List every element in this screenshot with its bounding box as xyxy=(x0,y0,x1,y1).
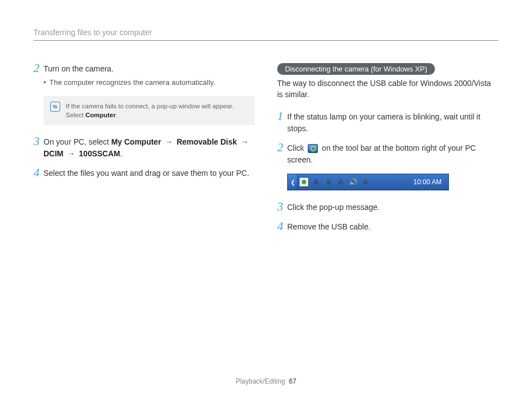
safely-remove-hardware-icon xyxy=(308,144,318,153)
tray-icon: ⚙ xyxy=(360,177,370,187)
arrow-icon: → xyxy=(163,137,175,146)
t: . xyxy=(120,149,122,158)
right-column: Disconnecting the camera (for Windows XP… xyxy=(277,63,499,241)
step-number: 4 xyxy=(33,166,43,179)
note-box: If the camera fails to connect, a pop-up… xyxy=(43,96,255,125)
step-body: Remove the USB cable. xyxy=(287,221,370,233)
step-number: 3 xyxy=(33,135,43,147)
note-icon xyxy=(50,102,60,112)
r-step-1: 1 If the status lamp on your camera is b… xyxy=(277,111,499,135)
step-number: 2 xyxy=(33,62,43,74)
page-header: Transferring files to your computer xyxy=(33,28,499,41)
step-body: On your PC, select My Computer → Removab… xyxy=(43,136,255,160)
arrow-icon: → xyxy=(239,137,249,146)
t: Click xyxy=(287,143,306,152)
r-step-2: 2 Click on the tool bar at the bottom ri… xyxy=(277,142,499,166)
page-footer: Playback/Editing 67 xyxy=(0,377,532,385)
step-body: Turn on the camera. The computer recogni… xyxy=(43,63,215,88)
step-2: 2 Turn on the camera. The computer recog… xyxy=(33,63,255,88)
step-number: 1 xyxy=(277,110,287,122)
path-my-computer: My Computer xyxy=(111,137,161,146)
section-pill: Disconnecting the camera (for Windows XP… xyxy=(277,63,435,75)
step-3: 3 On your PC, select My Computer → Remov… xyxy=(33,136,255,160)
step-text: Turn on the camera. xyxy=(43,64,114,73)
step-body: Select the files you want and drag or sa… xyxy=(43,168,249,179)
note-bold: Computer xyxy=(85,112,115,118)
taskbar-image: ❮ 🖶 🖥 🖧 🔊 ⚙ 10:00 AM xyxy=(287,174,499,190)
page-number: 67 xyxy=(289,377,296,385)
path-removable-disk: Removable Disk xyxy=(177,137,237,146)
note-text: If the camera fails to connect, a pop-up… xyxy=(66,102,248,119)
safely-remove-hardware-tray-icon xyxy=(299,177,309,187)
content-columns: 2 Turn on the camera. The computer recog… xyxy=(33,63,499,241)
path-dcim: DCIM xyxy=(43,149,64,158)
path-100sscam: 100SSCAM xyxy=(79,149,120,158)
taskbar-clock: 10:00 AM xyxy=(413,178,448,186)
taskbar-expand-icon: ❮ xyxy=(288,174,298,190)
arrow-icon: → xyxy=(65,149,78,158)
step-number: 4 xyxy=(277,220,287,232)
step-4: 4 Select the files you want and drag or … xyxy=(33,168,255,179)
r-step-3: 3 Click the pop-up message. xyxy=(277,202,499,213)
step-bullet: The computer recognizes the camera autom… xyxy=(43,77,215,88)
footer-section: Playback/Editing xyxy=(236,377,286,385)
windows-taskbar: ❮ 🖶 🖥 🖧 🔊 ⚙ 10:00 AM xyxy=(287,174,449,190)
step-number: 3 xyxy=(277,200,287,213)
step-number: 2 xyxy=(277,141,287,154)
tray-icon: 🖶 xyxy=(311,177,321,187)
tray-icon: 🖥 xyxy=(323,177,333,187)
note-post: . xyxy=(115,112,117,118)
tray-volume-icon: 🔊 xyxy=(348,177,358,187)
left-column: 2 Turn on the camera. The computer recog… xyxy=(33,63,255,241)
t: On your PC, select xyxy=(43,137,111,146)
r-step-4: 4 Remove the USB cable. xyxy=(277,221,499,233)
step-body: Click on the tool bar at the bottom righ… xyxy=(287,142,499,166)
section-intro: The way to disconnect the USB cable for … xyxy=(277,78,499,100)
step-body: Click the pop-up message. xyxy=(287,202,380,213)
step-body: If the status lamp on your camera is bli… xyxy=(287,111,499,135)
page: Transferring files to your computer 2 Tu… xyxy=(0,0,532,402)
tray-network-icon: 🖧 xyxy=(336,177,346,187)
